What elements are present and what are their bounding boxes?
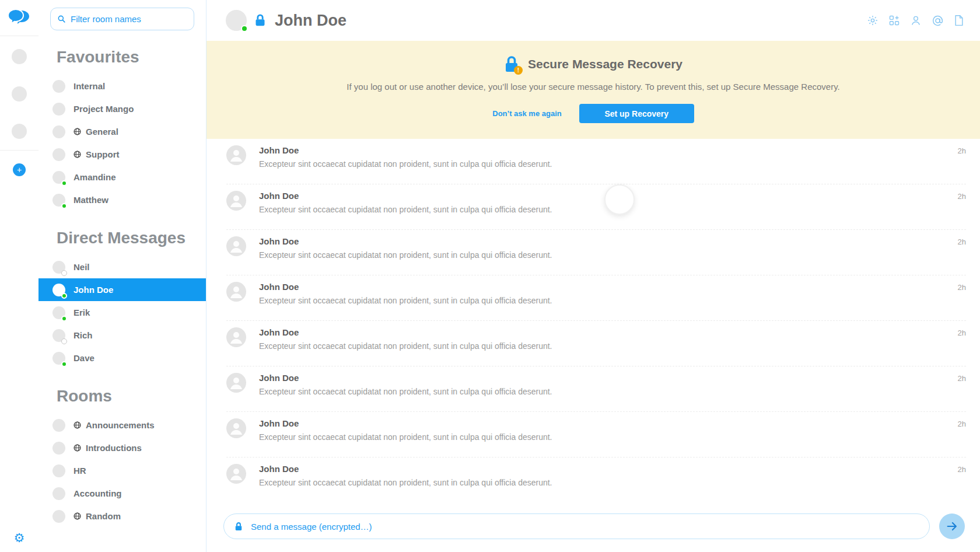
room-avatar (52, 510, 65, 523)
loading-spinner (604, 184, 635, 215)
message-input[interactable] (224, 514, 929, 539)
banner-actions: Don’t ask me again Set up Recovery (492, 104, 694, 123)
banner-title: Secure Message Recovery (528, 57, 682, 71)
message-row[interactable]: John DoeExcepteur sint occaecat cupidata… (226, 184, 966, 230)
setup-recovery-button[interactable]: Set up Recovery (579, 104, 694, 123)
room-label: Amandine (74, 172, 116, 182)
file-icon[interactable] (951, 12, 967, 29)
sidebar-item-amandine[interactable]: Amandine (38, 166, 206, 188)
message-sender: John Doe (259, 464, 958, 474)
message-avatar (226, 464, 246, 484)
chat-title: John Doe (275, 12, 346, 30)
chat-header-avatar[interactable] (226, 10, 247, 31)
sidebar-item-project-mango[interactable]: Project Mango (38, 97, 206, 120)
message-sender: John Doe (259, 236, 958, 246)
chat-bubbles-icon (8, 8, 31, 28)
filter-room-box[interactable] (50, 8, 194, 30)
message-timestamp: 2h (958, 373, 966, 383)
room-avatar (52, 306, 65, 319)
message-text: Excepteur sint occaecat cupidatat non pr… (259, 250, 958, 260)
composer-input-wrap[interactable] (223, 513, 930, 539)
profile-icon[interactable] (908, 12, 924, 29)
presence-dot (61, 293, 67, 299)
message-row[interactable]: John DoeExcepteur sint occaecat cupidata… (226, 366, 966, 412)
message-body: John DoeExcepteur sint occaecat cupidata… (259, 145, 958, 169)
message-avatar (226, 191, 246, 211)
room-avatar (52, 487, 65, 500)
dismiss-recovery-link[interactable]: Don’t ask me again (492, 109, 561, 118)
room-label: Rich (74, 330, 93, 340)
room-label: Announcements (86, 420, 155, 430)
settings-icon[interactable] (864, 12, 881, 29)
sidebar-item-neil[interactable]: Neil (38, 256, 206, 278)
sidebar-item-introductions[interactable]: Introductions (38, 436, 206, 459)
room-label: Erik (74, 308, 90, 317)
room-avatar (52, 171, 65, 184)
message-timestamp: 2h (958, 418, 966, 428)
sidebar-item-accounting[interactable]: Accounting (38, 482, 206, 505)
message-body: John DoeExcepteur sint occaecat cupidata… (259, 327, 958, 351)
sidebar-section: RoomsAnnouncementsIntroductionsHRAccount… (38, 387, 206, 527)
presence-dot (61, 316, 67, 322)
sidebar-item-announcements[interactable]: Announcements (38, 414, 206, 436)
message-avatar (226, 373, 246, 393)
globe-icon (74, 444, 81, 452)
presence-dot (61, 180, 67, 186)
message-timestamp: 2h (958, 327, 966, 337)
person-icon (226, 373, 246, 393)
message-row[interactable]: John DoeExcepteur sint occaecat cupidata… (226, 321, 966, 366)
settings-gear-icon[interactable]: ⚙ (0, 531, 38, 545)
app-logo[interactable] (0, 0, 38, 36)
mention-icon[interactable] (929, 12, 946, 29)
space-avatar[interactable] (12, 124, 27, 139)
sidebar-item-john-doe[interactable]: John Doe (38, 278, 206, 301)
room-avatar (52, 419, 65, 432)
message-timestamp: 2h (958, 145, 966, 155)
message-row[interactable]: John DoeExcepteur sint occaecat cupidata… (226, 139, 966, 184)
room-avatar (52, 80, 65, 93)
message-body: John DoeExcepteur sint occaecat cupidata… (259, 282, 958, 305)
filter-room-input[interactable] (71, 14, 187, 24)
left-rail: + ⚙ (0, 0, 38, 552)
message-timestamp: 2h (958, 236, 966, 246)
sidebar-item-general[interactable]: General (38, 120, 206, 143)
message-text: Excepteur sint occaecat cupidatat non pr… (259, 296, 958, 305)
presence-dot (61, 361, 67, 367)
sidebar-item-dave[interactable]: Dave (38, 347, 206, 369)
sidebar-item-rich[interactable]: Rich (38, 324, 206, 347)
message-row[interactable]: John DoeExcepteur sint occaecat cupidata… (226, 275, 966, 321)
person-icon (226, 191, 246, 211)
room-label: John Doe (74, 285, 113, 295)
message-timestamp: 2h (958, 191, 966, 201)
sidebar-item-support[interactable]: Support (38, 143, 206, 166)
message-row[interactable]: John DoeExcepteur sint occaecat cupidata… (226, 230, 966, 275)
room-sidebar: FavouritesInternalProject MangoGeneralSu… (38, 0, 206, 552)
message-sender: John Doe (259, 282, 958, 292)
add-widget-icon[interactable] (886, 12, 902, 29)
person-icon (226, 145, 246, 165)
room-label: General (86, 127, 118, 137)
message-sender: John Doe (259, 327, 958, 337)
sidebar-item-hr[interactable]: HR (38, 459, 206, 482)
message-body: John DoeExcepteur sint occaecat cupidata… (259, 373, 958, 396)
send-button[interactable] (939, 513, 965, 539)
message-row[interactable]: John DoeExcepteur sint occaecat cupidata… (226, 457, 966, 503)
room-label: Project Mango (74, 104, 134, 114)
message-timestamp: 2h (958, 282, 966, 292)
message-composer (206, 503, 980, 552)
add-space-button[interactable]: + (13, 163, 26, 176)
sidebar-item-internal[interactable]: Internal (38, 75, 206, 97)
warning-badge: ! (514, 66, 523, 75)
person-icon (226, 464, 246, 484)
sidebar-item-random[interactable]: Random (38, 505, 206, 527)
person-icon (226, 418, 246, 438)
room-avatar (52, 284, 65, 296)
space-avatar[interactable] (12, 49, 27, 64)
message-avatar (226, 145, 246, 165)
message-row[interactable]: John DoeExcepteur sint occaecat cupidata… (226, 412, 966, 457)
sidebar-item-erik[interactable]: Erik (38, 301, 206, 324)
sidebar-section: Direct MessagesNeilJohn DoeErikRichDave (38, 229, 206, 369)
sidebar-item-matthew[interactable]: Matthew (38, 188, 206, 211)
space-avatar[interactable] (12, 86, 27, 102)
banner-title-row: ! Secure Message Recovery (504, 55, 682, 73)
